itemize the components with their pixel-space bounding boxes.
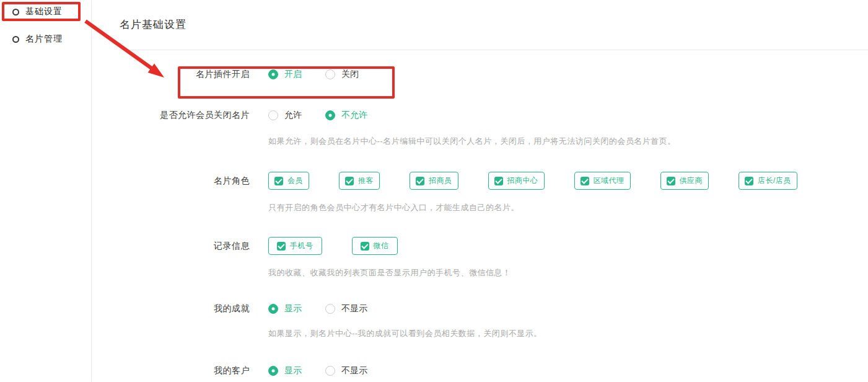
checked-icon[interactable]: [416, 177, 424, 185]
help-text: 如果允许，则会员在名片中心--名片编辑中可以关闭个人名片，关闭后，用户将无法访问…: [268, 136, 868, 147]
field-label: 名片插件开启: [120, 69, 250, 80]
circle-icon: [12, 36, 19, 43]
sidebar-item-label: 名片管理: [25, 33, 63, 45]
checkbox-label: 供应商: [680, 175, 703, 186]
radio-option-off[interactable]: 关闭: [325, 69, 359, 80]
checked-icon[interactable]: [345, 177, 354, 185]
page-title: 名片基础设置: [120, 17, 868, 32]
help-text: 我的收藏、收藏我的列表页面是否显示用户的手机号、微信信息！: [268, 267, 868, 278]
radio-unselected-icon[interactable]: [325, 304, 335, 314]
radio-unselected-icon[interactable]: [268, 110, 278, 120]
field-label: 记录信息: [120, 241, 250, 252]
radio-option-hide[interactable]: 不显示: [325, 303, 367, 314]
radio-option-show[interactable]: 显示: [268, 303, 302, 314]
field-label: 我的成就: [120, 303, 250, 314]
radio-label: 显示: [284, 365, 302, 376]
sidebar-item-label: 基础设置: [25, 6, 63, 17]
form-row-allow-close: 是否允许会员关闭名片 允许 不允许 如果允许，则会员在名片中心--名片编辑中可以…: [120, 110, 868, 147]
form-row-record-info: 记录信息 手机号 微信 我的收藏、收藏我的列表页面是否显示用户的手机号、微信信息…: [120, 237, 868, 278]
field-label: 我的客户: [120, 365, 250, 376]
settings-form: 名片插件开启 开启 关闭 是否允许会: [120, 69, 868, 376]
radio-selected-icon[interactable]: [268, 366, 278, 376]
main-content: 名片基础设置 名片插件开启 开启 关闭: [92, 0, 868, 382]
checkbox-label: 区域代理: [594, 175, 625, 186]
field-label: 名片角色: [120, 175, 250, 187]
checkbox-role-regional-agent[interactable]: 区域代理: [574, 172, 631, 190]
checked-icon[interactable]: [581, 177, 589, 185]
checkbox-label: 招商中心: [507, 175, 538, 186]
radio-label: 开启: [284, 69, 302, 80]
radio-unselected-icon[interactable]: [325, 366, 335, 376]
radio-option-hide[interactable]: 不显示: [325, 365, 367, 376]
radio-label: 不显示: [341, 365, 367, 376]
checkbox-label: 推客: [358, 175, 374, 186]
radio-label: 允许: [284, 110, 302, 121]
radio-label: 不允许: [341, 110, 367, 121]
checkbox-role-investment-center[interactable]: 招商中心: [488, 172, 545, 190]
checkbox-label: 店长/店员: [758, 175, 791, 186]
checkbox-role-shop-staff[interactable]: 店长/店员: [739, 172, 797, 190]
form-row-my-customers: 我的客户 显示 不显示: [120, 365, 868, 376]
checkbox-role-member[interactable]: 会员: [268, 172, 309, 190]
checkbox-label: 会员: [287, 175, 303, 186]
checked-icon[interactable]: [745, 177, 753, 185]
checkbox-label: 招商员: [429, 175, 452, 186]
radio-option-on[interactable]: 开启: [268, 69, 302, 80]
checkbox-wechat[interactable]: 微信: [352, 237, 398, 255]
checked-icon[interactable]: [274, 177, 283, 185]
checked-icon[interactable]: [494, 177, 503, 185]
sidebar-item-card-management[interactable]: 名片管理: [0, 29, 91, 50]
radio-selected-icon[interactable]: [268, 69, 278, 79]
checkbox-role-promoter[interactable]: 推客: [339, 172, 380, 190]
checkbox-role-investment-agent[interactable]: 招商员: [410, 172, 458, 190]
help-text: 只有开启的角色会员中心才有名片中心入口，才能生成自己的名片。: [268, 202, 868, 213]
checkbox-role-supplier[interactable]: 供应商: [660, 172, 709, 190]
radio-label: 关闭: [341, 69, 359, 80]
checked-icon[interactable]: [277, 242, 286, 251]
radio-unselected-icon[interactable]: [325, 69, 335, 79]
field-label: 是否允许会员关闭名片: [120, 110, 250, 121]
radio-option-show[interactable]: 显示: [268, 365, 302, 376]
settings-page: 基础设置 名片管理 名片基础设置 名片插件开启 开启: [0, 0, 868, 382]
sidebar-item-basic-settings[interactable]: 基础设置: [0, 1, 91, 22]
radio-selected-icon[interactable]: [268, 304, 278, 314]
radio-label: 不显示: [341, 303, 367, 314]
checked-icon[interactable]: [667, 177, 675, 185]
form-row-my-achievements: 我的成就 显示 不显示 如果显示，则名片中心--我的成就可以看到会员相关数据，关…: [120, 303, 868, 339]
form-row-card-roles: 名片角色 会员 推客 招商员: [120, 172, 868, 213]
sidebar: 基础设置 名片管理: [0, 0, 92, 382]
form-row-plugin-enable: 名片插件开启 开启 关闭: [120, 69, 868, 80]
radio-label: 显示: [284, 303, 302, 314]
radio-selected-icon[interactable]: [325, 110, 335, 120]
checked-icon[interactable]: [361, 242, 369, 251]
checkbox-label: 手机号: [290, 241, 313, 251]
radio-option-disallow[interactable]: 不允许: [325, 110, 367, 121]
help-text: 如果显示，则名片中心--我的成就可以看到会员相关数据，关闭则不显示。: [268, 328, 868, 339]
radio-option-allow[interactable]: 允许: [268, 110, 302, 121]
checkbox-phone[interactable]: 手机号: [268, 237, 322, 255]
circle-icon: [12, 9, 19, 16]
divider: [120, 50, 868, 50]
checkbox-label: 微信: [374, 241, 389, 251]
